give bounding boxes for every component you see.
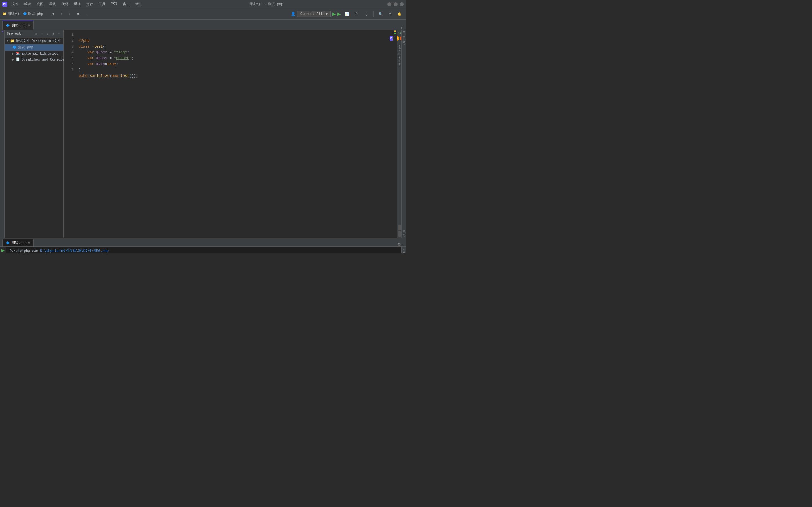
panel-settings[interactable]: ⚙ <box>51 32 56 36</box>
left-icon-strip: P <box>0 30 4 238</box>
expand-arrow-scratches: ▶ <box>12 58 14 61</box>
run-command-line: D:\php\php.exe D:\phpstorm文件存储\测试文件\测试.p… <box>10 248 398 253</box>
make-label[interactable]: make <box>402 230 405 237</box>
toolbar: 📁 测试文件 🔷 测试.php ⚙ ↑ ↓ ⚙ − 👤 Current File… <box>0 8 406 20</box>
toolbar-right: 👤 Current File ▼ ▶ ▶ 📊 ⏱ ⋮ 🔍 ? 🔔 <box>291 10 404 18</box>
run-settings-button[interactable]: ⚙ <box>398 242 401 246</box>
code-container[interactable]: 1 2 3 4 5 6 7 <?php class test{ var $use… <box>64 30 397 238</box>
line-4: var $pass = "benben"; <box>79 56 134 60</box>
database-label[interactable]: Database <box>402 31 405 45</box>
expand-arrow-root: ▼ <box>7 40 8 43</box>
menu-view[interactable]: 视图 <box>35 1 46 7</box>
menu-bar[interactable]: 文件 编辑 视图 导航 代码 重构 运行 工具 VCS 窗口 帮助 <box>10 1 144 7</box>
menu-tools[interactable]: 工具 <box>96 1 108 7</box>
user-indicator[interactable]: 👤 <box>291 11 296 16</box>
panel-minimize[interactable]: − <box>57 32 61 36</box>
line-num-6: 6 <box>64 61 73 67</box>
settings-button[interactable]: ⚙ <box>74 10 82 18</box>
menu-navigate[interactable]: 导航 <box>47 1 58 7</box>
more-run-button[interactable]: ⋮ <box>363 10 370 18</box>
maximize-button[interactable]: □ <box>394 2 398 6</box>
line-7: echo serialize(new test()); <box>79 74 138 78</box>
run-tab-close[interactable]: × <box>28 241 30 245</box>
tree-external-libs-label: External Libraries <box>22 52 58 56</box>
panel-action-3[interactable]: ↓ <box>45 32 50 36</box>
search-button[interactable]: 🔍 <box>376 10 385 18</box>
tab-test-php[interactable]: 🔷 测试.php × <box>2 20 34 30</box>
menu-refactor[interactable]: 重构 <box>71 1 83 7</box>
main-layout: P Project ⊞ ↑ ↓ ⚙ − ▼ 📁 测试文件 D:\phpstorm… <box>0 30 406 238</box>
run-minimize-button[interactable]: − <box>402 242 404 246</box>
run-tab-testphp[interactable]: 🔷 测试.php × <box>2 239 34 246</box>
line-num-3: 3 <box>64 44 73 50</box>
line-3: var $user = "flag"; <box>79 50 129 54</box>
close-button[interactable]: × <box>400 2 404 6</box>
menu-code[interactable]: 代码 <box>59 1 70 7</box>
coverage-button[interactable]: 📊 <box>343 10 351 18</box>
tree-scratches[interactable]: ▶ 📄 Scratches and Consoles <box>4 57 63 62</box>
run-file-path[interactable]: D:\phpstorm文件存储\测试文件\测试.php <box>40 249 109 252</box>
run-panel: 🔷 测试.php × ⚙ − ▶ ↺ ↓ ■ ⟲ 🖨 🗑 D:\php\php.… <box>0 238 406 253</box>
current-file-chevron: ▼ <box>326 12 327 16</box>
line-num-2: 2 <box>64 38 73 44</box>
minimize-panel-button[interactable]: − <box>84 10 90 18</box>
editor-area: 1 2 3 4 5 6 7 <?php class test{ var $use… <box>64 30 397 238</box>
down-button[interactable]: ↓ <box>66 10 72 18</box>
app-logo: PS <box>2 2 7 7</box>
debug-button[interactable]: ▶ <box>338 11 341 17</box>
editor-section: 1 2 3 4 5 6 7 <?php class test{ var $use… <box>64 30 406 238</box>
php-exe-path: D:\php\php.exe <box>10 249 38 252</box>
notification-button[interactable]: 🔔 <box>395 10 404 18</box>
project-indicator: 📁 测试文件 <box>2 11 21 16</box>
panel-action-2[interactable]: ↑ <box>40 32 44 36</box>
scroll-thumb-2 <box>398 231 401 237</box>
run-play-button[interactable]: ▶ <box>1 248 4 252</box>
panel-header-actions[interactable]: ⊞ ↑ ↓ ⚙ − <box>34 32 61 36</box>
tree-root[interactable]: ▼ 📁 测试文件 D:\phpstorm文件 <box>4 38 63 44</box>
scroll-gutter <box>393 30 397 238</box>
run-button[interactable]: ▶ <box>333 11 336 17</box>
line-numbers: 1 2 3 4 5 6 7 <box>64 30 77 238</box>
menu-window[interactable]: 窗口 <box>121 1 132 7</box>
tab-close-button[interactable]: × <box>28 24 30 27</box>
line-5: var $vip=true; <box>79 62 118 66</box>
line-num-5: 5 <box>64 55 73 61</box>
project-name: 测试文件 <box>8 11 21 16</box>
minimize-button[interactable]: − <box>388 2 391 6</box>
window-controls[interactable]: − □ × <box>388 2 404 6</box>
menu-vcs[interactable]: VCS <box>109 1 119 7</box>
collapse-button[interactable]: ⚙ <box>49 10 57 18</box>
panel-action-1[interactable]: ⊞ <box>34 32 39 36</box>
ok-number: 1 <box>400 31 402 34</box>
profile-button[interactable]: ⏱ <box>353 10 361 18</box>
bookmarks-label[interactable]: Bookmarks <box>402 248 405 253</box>
tab-more-button[interactable]: ⋮ <box>400 25 404 30</box>
line-1: <?php <box>79 39 90 43</box>
tree-external-libs[interactable]: ▶ 📚 External Libraries <box>4 51 63 57</box>
title-bar: PS 文件 编辑 视图 导航 代码 重构 运行 工具 VCS 窗口 帮助 测试文… <box>0 0 406 8</box>
line-num-1: 1 <box>64 32 73 38</box>
current-file-label: Current File <box>300 12 324 16</box>
menu-edit[interactable]: 编辑 <box>22 1 33 7</box>
php-icon: 🔷 <box>12 45 17 50</box>
run-tab-bar: 🔷 测试.php × ⚙ − <box>0 238 406 247</box>
menu-help[interactable]: 帮助 <box>133 1 144 7</box>
current-file-button[interactable]: Current File ▼ <box>297 11 331 17</box>
expand-arrow-libs: ▶ <box>12 52 14 55</box>
scroll-thumb <box>398 225 401 230</box>
help-button[interactable]: ? <box>387 10 393 18</box>
notifications-label[interactable]: Notifications <box>397 42 402 69</box>
tree-testphp[interactable]: 🔷 测试.php <box>4 44 63 51</box>
scroll-indicators <box>398 225 401 237</box>
code-editor[interactable]: <?php class test{ var $user = "flag"; va… <box>77 30 393 238</box>
line-6: } <box>79 68 81 72</box>
left-section: P Project ⊞ ↑ ↓ ⚙ − ▼ 📁 测试文件 D:\phpstorm… <box>0 30 64 238</box>
menu-run[interactable]: 运行 <box>84 1 95 7</box>
folder-icon-root: 📁 <box>10 39 14 43</box>
up-button[interactable]: ↑ <box>58 10 64 18</box>
menu-file[interactable]: 文件 <box>10 1 21 7</box>
line-num-4: 4 <box>64 50 73 55</box>
project-panel: Project ⊞ ↑ ↓ ⚙ − ▼ 📁 测试文件 D:\phpstorm文件… <box>4 30 64 238</box>
project-tab-icon[interactable]: P <box>1 31 4 33</box>
run-tab-icon: 🔷 <box>6 241 10 245</box>
